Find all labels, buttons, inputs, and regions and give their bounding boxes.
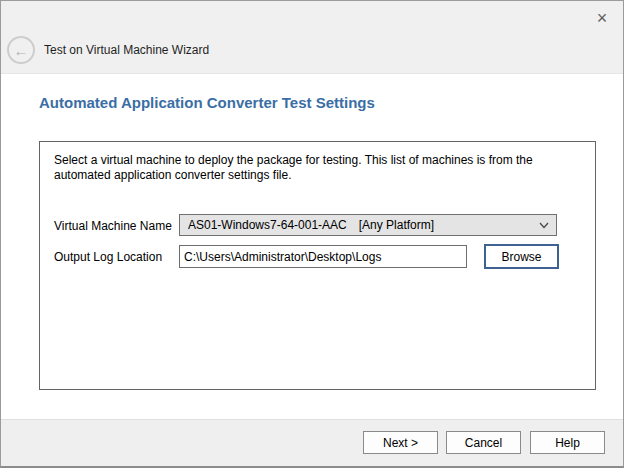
- close-icon[interactable]: ×: [591, 7, 613, 29]
- wizard-header: × ← Test on Virtual Machine Wizard: [1, 1, 623, 74]
- cancel-button[interactable]: Cancel: [446, 431, 521, 454]
- output-log-location-label: Output Log Location: [54, 250, 162, 264]
- back-arrow-icon: ←: [14, 43, 29, 58]
- dropdown-selected-value: AS01-Windows7-64-001-AAC: [188, 218, 347, 232]
- chevron-down-icon: [539, 222, 549, 229]
- help-button-label: Help: [555, 436, 580, 450]
- output-log-location-input[interactable]: [179, 245, 467, 268]
- virtual-machine-name-label: Virtual Machine Name: [54, 219, 172, 233]
- wizard-title: Test on Virtual Machine Wizard: [44, 43, 209, 57]
- browse-button-label: Browse: [501, 250, 541, 264]
- description-text: Select a virtual machine to deploy the p…: [54, 153, 570, 183]
- help-button[interactable]: Help: [530, 431, 605, 454]
- page-title: Automated Application Converter Test Set…: [39, 94, 375, 111]
- cancel-button-label: Cancel: [465, 436, 502, 450]
- browse-button[interactable]: Browse: [484, 244, 559, 269]
- dropdown-selected-platform: [Any Platform]: [359, 218, 434, 232]
- settings-groupbox: Select a virtual machine to deploy the p…: [39, 141, 596, 390]
- next-button[interactable]: Next >: [363, 431, 438, 454]
- back-button[interactable]: ←: [7, 36, 35, 64]
- virtual-machine-dropdown[interactable]: AS01-Windows7-64-001-AAC [Any Platform]: [179, 214, 557, 236]
- next-button-label: Next >: [383, 436, 418, 450]
- footer-bar: Next > Cancel Help: [1, 419, 623, 466]
- wizard-dialog: × ← Test on Virtual Machine Wizard Autom…: [0, 0, 624, 468]
